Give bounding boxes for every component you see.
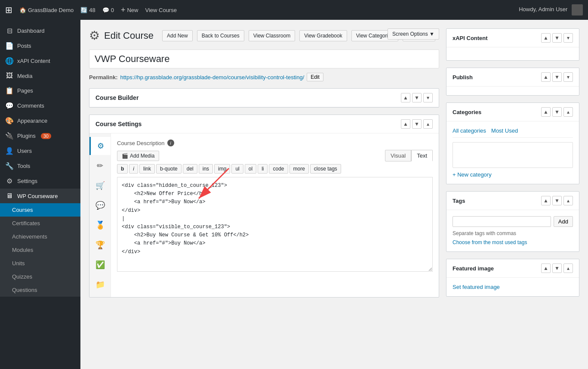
- course-settings-up-btn[interactable]: ▲: [401, 119, 410, 129]
- adminbar-site-name[interactable]: 🏠 GrassBlade Demo: [19, 7, 74, 13]
- sidebar-item-plugins[interactable]: 🔌 Plugins 30: [0, 128, 80, 143]
- categories-up-btn[interactable]: ▲: [541, 107, 551, 117]
- categories-header[interactable]: Categories ▲ ▼ ▴: [446, 103, 579, 121]
- fmt-btn-ul[interactable]: ul: [231, 164, 243, 174]
- fmt-btn-closetags[interactable]: close tags: [310, 164, 341, 174]
- sidebar-label-courses: Courses: [12, 207, 33, 213]
- xapi-collapse-btn[interactable]: ▾: [563, 33, 573, 43]
- categories-panel: Categories ▲ ▼ ▴ All categories Most Use…: [446, 102, 579, 184]
- new-category-link[interactable]: + New category: [453, 171, 492, 178]
- sidebar-item-achievements[interactable]: Achievements: [0, 230, 80, 243]
- sidebar-item-certificates[interactable]: Certificates: [0, 217, 80, 230]
- permalink-link[interactable]: https://hp.grassblade.org/grassblade-dem…: [120, 74, 304, 81]
- course-settings-down-btn[interactable]: ▼: [412, 119, 422, 129]
- adminbar-new[interactable]: + New: [121, 6, 139, 15]
- xapi-down-btn[interactable]: ▼: [552, 33, 562, 43]
- settings-tab-check[interactable]: ✅: [89, 256, 111, 274]
- publish-header[interactable]: Publish ▲ ▼ ▾: [446, 68, 579, 87]
- add-new-button[interactable]: Add New: [162, 30, 193, 41]
- wp-logo-icon[interactable]: ⊞: [5, 5, 12, 15]
- sidebar-item-pages[interactable]: 📋 Pages: [0, 83, 80, 98]
- sidebar-item-users[interactable]: 👤 Users: [0, 143, 80, 158]
- sidebar-item-tools[interactable]: 🔧 Tools: [0, 158, 80, 174]
- course-title-input[interactable]: [89, 50, 439, 68]
- publish-up-btn[interactable]: ▲: [541, 72, 551, 82]
- settings-tab-badge[interactable]: 🏅: [89, 216, 111, 234]
- featured-image-header[interactable]: Featured image ▲ ▼ ▴: [446, 259, 579, 278]
- fmt-btn-b[interactable]: b: [117, 164, 128, 174]
- course-settings-collapse-btn[interactable]: ▴: [423, 119, 433, 129]
- permalink-edit-button[interactable]: Edit: [307, 73, 323, 81]
- back-to-courses-button[interactable]: Back to Courses: [197, 30, 244, 41]
- add-media-button[interactable]: 🎬 Add Media: [117, 151, 159, 161]
- editor-label: Course Description i: [117, 140, 433, 146]
- fmt-btn-img[interactable]: img: [214, 164, 230, 174]
- sidebar-item-modules[interactable]: Modules: [0, 243, 80, 257]
- editor-tab-visual[interactable]: Visual: [385, 150, 411, 161]
- plugins-icon: 🔌: [5, 132, 14, 140]
- fmt-btn-link[interactable]: link: [139, 164, 155, 174]
- view-classroom-button[interactable]: View Classroom: [249, 30, 295, 41]
- cat-tab-most-used[interactable]: Most Used: [491, 127, 518, 134]
- xapi-content-header[interactable]: xAPI Content ▲ ▼ ▾: [446, 29, 579, 47]
- sidebar-item-units[interactable]: Units: [0, 257, 80, 270]
- editor-tab-text[interactable]: Text: [411, 150, 433, 161]
- sidebar-item-media[interactable]: 🖼 Media: [0, 68, 80, 83]
- settings-tab-message[interactable]: 💬: [89, 196, 111, 214]
- featured-image-collapse-btn[interactable]: ▴: [563, 264, 573, 273]
- settings-tab-gear[interactable]: ⚙: [89, 137, 111, 155]
- adminbar-view-course[interactable]: View Course: [145, 7, 176, 13]
- fmt-btn-code[interactable]: code: [269, 164, 288, 174]
- fmt-btn-ol[interactable]: ol: [245, 164, 256, 174]
- course-settings-header[interactable]: Course Settings ▲ ▼ ▴: [89, 115, 439, 133]
- settings-tab-award[interactable]: 🏆: [89, 236, 111, 254]
- course-builder-down-btn[interactable]: ▼: [412, 93, 422, 102]
- featured-image-down-btn[interactable]: ▼: [552, 264, 562, 273]
- sidebar-item-dashboard[interactable]: ⊟ Dashboard: [0, 23, 80, 38]
- screen-options-button[interactable]: Screen Options ▼: [388, 28, 439, 40]
- sidebar-item-quizzes[interactable]: Quizzes: [0, 270, 80, 283]
- tags-collapse-btn[interactable]: ▴: [563, 196, 573, 205]
- course-builder-header[interactable]: Course Builder ▲ ▼ ▾: [89, 89, 439, 107]
- settings-tab-folder[interactable]: 📁: [89, 276, 111, 294]
- tags-controls: ▲ ▼ ▴: [541, 196, 573, 205]
- xapi-up-btn[interactable]: ▲: [541, 33, 551, 43]
- publish-collapse-btn[interactable]: ▾: [563, 72, 573, 82]
- fmt-btn-more[interactable]: more: [289, 164, 309, 174]
- code-editor-textarea[interactable]: <div class="hidden_to_course_123"> <h2>N…: [117, 177, 433, 272]
- tags-up-btn[interactable]: ▲: [541, 196, 551, 205]
- tags-help-text: Separate tags with commas: [453, 230, 573, 236]
- adminbar-updates[interactable]: 🔄 48: [80, 7, 95, 13]
- fmt-btn-bquote[interactable]: b-quote: [156, 164, 182, 174]
- sidebar-item-wp-courseware[interactable]: 🖥 WP Courseware: [0, 189, 80, 203]
- sidebar-item-comments[interactable]: 💬 Comments: [0, 98, 80, 113]
- view-gradebook-button[interactable]: View Gradebook: [299, 30, 347, 41]
- sidebar-item-appearance[interactable]: 🎨 Appearance: [0, 113, 80, 128]
- publish-down-btn[interactable]: ▼: [552, 72, 562, 82]
- sidebar-item-questions[interactable]: Questions: [0, 283, 80, 297]
- settings-tab-edit[interactable]: ✏: [89, 157, 111, 175]
- tags-most-used-link[interactable]: Choose from the most used tags: [453, 239, 527, 245]
- tags-add-button[interactable]: Add: [554, 216, 573, 227]
- featured-image-up-btn[interactable]: ▲: [541, 264, 551, 273]
- settings-tabs: ⚙ ✏ 🛒 💬 🏅 🏆 ✅ 📁: [89, 133, 111, 297]
- settings-tab-cart[interactable]: 🛒: [89, 177, 111, 195]
- fmt-btn-i[interactable]: i: [129, 164, 138, 174]
- sidebar-item-posts[interactable]: 📄 Posts: [0, 38, 80, 53]
- fmt-btn-ins[interactable]: ins: [199, 164, 213, 174]
- categories-down-btn[interactable]: ▼: [552, 107, 562, 117]
- sidebar-item-settings[interactable]: ⚙ Settings: [0, 174, 80, 189]
- fmt-btn-li[interactable]: li: [258, 164, 268, 174]
- categories-collapse-btn[interactable]: ▴: [563, 107, 573, 117]
- cat-tab-all[interactable]: All categories: [453, 127, 486, 134]
- set-featured-image-link[interactable]: Set featured image: [453, 284, 500, 290]
- fmt-btn-del[interactable]: del: [183, 164, 197, 174]
- course-builder-collapse-btn[interactable]: ▾: [423, 93, 433, 102]
- tags-down-btn[interactable]: ▼: [552, 196, 562, 205]
- sidebar-item-courses[interactable]: Courses: [0, 203, 80, 217]
- sidebar-item-xapi[interactable]: 🌐 xAPI Content: [0, 53, 80, 68]
- tags-header[interactable]: Tags ▲ ▼ ▴: [446, 192, 579, 210]
- course-builder-up-btn[interactable]: ▲: [401, 93, 410, 102]
- adminbar-comments[interactable]: 💬 0: [102, 7, 114, 13]
- tags-input[interactable]: [453, 216, 551, 227]
